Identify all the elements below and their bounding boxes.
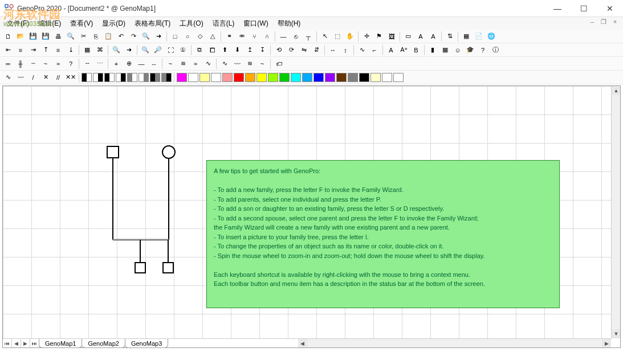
color-swatch[interactable] (222, 73, 233, 82)
zoom-out-icon[interactable]: 🔎 (152, 44, 164, 56)
menu-item[interactable]: 查看(V) (66, 18, 97, 30)
mdi-restore-button[interactable]: ❐ (599, 18, 608, 26)
fill-pattern-swatch[interactable] (82, 73, 92, 82)
male-icon[interactable]: □ (169, 31, 181, 42)
tips-label[interactable]: A few tips to get started with GenoPro: … (206, 160, 560, 308)
fill-pattern-swatch[interactable] (93, 73, 103, 82)
scroll-up-icon[interactable]: ▲ (612, 86, 621, 95)
wave2-icon[interactable]: 〰 (231, 58, 243, 69)
autolayout-icon[interactable]: ⇅ (444, 31, 455, 42)
dot-style-icon[interactable]: ⋯ (94, 58, 105, 69)
goto-icon[interactable]: ➜ (153, 31, 164, 42)
crosshair-icon[interactable]: ✛ (361, 31, 372, 42)
menu-item[interactable]: 编辑(E) (34, 18, 66, 30)
bold-icon[interactable]: B (410, 44, 422, 56)
open-icon[interactable]: 📂 (15, 31, 26, 42)
color-swatch[interactable] (245, 73, 255, 82)
new-family-icon[interactable]: ⚮ (236, 31, 247, 42)
child-icon[interactable]: ⑂ (249, 31, 260, 42)
genogram-drawing[interactable] (3, 86, 231, 314)
tab-nav-next-icon[interactable]: ▶ (21, 339, 30, 348)
align-right-icon[interactable]: ⇥ (27, 44, 39, 56)
color-swatch[interactable] (291, 73, 301, 82)
wave4-icon[interactable]: ~ (256, 58, 268, 69)
rel-cohabiting-icon[interactable]: ≈ (52, 58, 64, 69)
menu-item[interactable]: 显示(D) (97, 18, 130, 30)
line-slash[interactable]: / (27, 72, 39, 83)
send-backward-icon[interactable]: ↧ (256, 44, 268, 56)
font-icon[interactable]: A (385, 44, 397, 56)
find-icon[interactable]: 🔍 (140, 31, 152, 42)
color-swatch[interactable] (188, 73, 198, 82)
line-cross[interactable]: ✕ (40, 72, 51, 83)
tab-nav-first-icon[interactable]: ⏮ (3, 339, 12, 348)
align-left-icon[interactable]: ⇤ (2, 44, 14, 56)
link-style-icon[interactable]: ∿ (356, 44, 368, 56)
select-icon[interactable]: ⬚ (332, 31, 343, 42)
dash-style-icon[interactable]: ╌ (82, 58, 93, 69)
text-a-icon[interactable]: A (415, 31, 426, 42)
zoom-in-icon[interactable]: 🔍 (140, 44, 151, 56)
individual-male[interactable] (163, 263, 173, 273)
pet-icon[interactable]: △ (207, 31, 218, 42)
font-size-icon[interactable]: Aᵃ (398, 44, 409, 56)
color-swatch[interactable] (325, 73, 335, 82)
menu-item[interactable]: 文件(F) (2, 18, 34, 30)
sheet-tab[interactable]: GenoMap3 (125, 339, 168, 348)
rect-label-icon[interactable]: ▭ (402, 31, 414, 42)
h-dash-icon[interactable]: -- (148, 58, 160, 69)
wave3-icon[interactable]: ≋ (244, 58, 255, 69)
female-icon[interactable]: ○ (182, 31, 193, 42)
snap-icon[interactable]: ⌘ (94, 44, 105, 56)
front-icon[interactable]: ⬆ (219, 44, 230, 56)
align-center-icon[interactable]: ≡ (15, 44, 26, 56)
fill-pattern-swatch[interactable] (104, 73, 115, 82)
fill-pattern-swatch[interactable] (116, 73, 126, 82)
align-bottom-icon[interactable]: ⤓ (65, 44, 76, 56)
color-swatch[interactable] (382, 73, 392, 82)
unlink-icon[interactable]: ⎋ (290, 31, 302, 42)
tab-nav-prev-icon[interactable]: ◀ (12, 339, 21, 348)
distribute-h-icon[interactable]: ↔ (327, 44, 339, 56)
line-double-cross[interactable]: ✕✕ (65, 72, 76, 83)
report-icon[interactable]: 📄 (473, 31, 484, 42)
menu-item[interactable]: 表格布局(T) (130, 18, 175, 30)
scroll-down-icon[interactable]: ▼ (612, 329, 621, 338)
scroll-right-icon[interactable]: ▶ (602, 339, 611, 348)
align-top-icon[interactable]: ⤒ (40, 44, 51, 56)
picture-icon[interactable]: 🖼 (386, 31, 397, 42)
rel-married-icon[interactable]: ═ (2, 58, 14, 69)
emotion3-icon[interactable]: ≈ (190, 58, 201, 69)
scroll-left-icon[interactable]: ◀ (298, 339, 307, 348)
color-swatch[interactable] (313, 73, 324, 82)
canvas[interactable]: A few tips to get started with GenoPro: … (3, 86, 611, 338)
color-swatch[interactable] (279, 73, 290, 82)
back-icon[interactable]: ⬇ (231, 44, 243, 56)
mdi-close-button[interactable]: × (610, 18, 620, 26)
horizontal-scrollbar[interactable]: ⏮ ◀ ▶ ⏭ GenoMap1GenoMap2GenoMap3 ◀ ▶ (3, 338, 611, 347)
link-bend-icon[interactable]: ⌐ (369, 44, 380, 56)
color-swatch[interactable] (359, 73, 369, 82)
table-icon[interactable]: ▦ (461, 31, 472, 42)
close-button[interactable]: ✕ (597, 0, 623, 17)
color-swatch[interactable] (234, 73, 244, 82)
copy-icon[interactable]: ⎘ (90, 31, 101, 42)
ungroup-icon[interactable]: ⧠ (206, 44, 218, 56)
twins-icon[interactable]: ⑃ (261, 31, 272, 42)
flip-v-icon[interactable]: ⇵ (311, 44, 322, 56)
rel-separated-icon[interactable]: ┄ (27, 58, 39, 69)
flag-icon[interactable]: ⚑ (373, 31, 385, 42)
rel-divorced-icon[interactable]: ╫ (15, 58, 26, 69)
hat-icon[interactable]: 🎓 (465, 44, 476, 56)
arrow-icon[interactable]: ↖ (319, 31, 331, 42)
plus-icon[interactable]: + (111, 58, 122, 69)
sheet-tab[interactable]: GenoMap2 (82, 339, 125, 348)
fill-pattern-swatch[interactable] (127, 73, 137, 82)
menu-item[interactable]: 工具(O) (175, 18, 207, 30)
individual-female[interactable] (162, 146, 175, 158)
zoom-fit-icon[interactable]: ⛶ (165, 44, 176, 56)
parent-link-icon[interactable]: ┬ (303, 31, 314, 42)
align-middle-icon[interactable]: ≡ (52, 44, 64, 56)
color-swatch[interactable] (302, 73, 312, 82)
cut-icon[interactable]: ✂ (78, 31, 89, 42)
